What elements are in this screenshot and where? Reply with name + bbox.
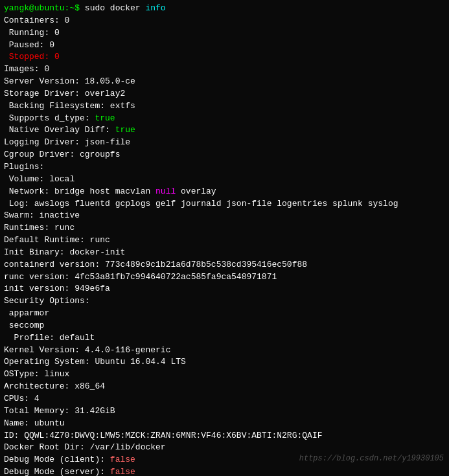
output-line: init version: 949e6fa xyxy=(4,283,445,295)
output-line: Debug Mode (server): false xyxy=(4,466,445,476)
output-line: Plugins: xyxy=(4,161,445,174)
stopped-text: Stopped: 0 xyxy=(9,52,60,62)
command-line: yangk@ubuntu:~$ sudo docker info xyxy=(4,3,445,15)
output-line: OSType: linux xyxy=(4,368,445,381)
output-line: Volume: local xyxy=(4,174,445,186)
output-line: Native Overlay Diff: true xyxy=(4,124,445,137)
output-line: CPUs: 4 xyxy=(4,393,445,405)
info-cmd: info xyxy=(145,3,165,13)
output-line: containerd version: 773c489c9c1b21a6d78b… xyxy=(4,259,445,271)
prompt: yangk@ubuntu:~$ xyxy=(4,3,85,13)
output-line: Docker Root Dir: /var/lib/docker xyxy=(4,442,445,454)
stopped-line: Stopped: 0 xyxy=(4,51,445,63)
sudo-cmd: sudo docker xyxy=(85,3,146,13)
output-line: Images: 0 xyxy=(4,63,445,76)
output-line: Security Options: xyxy=(4,295,445,308)
output-line: Cgroup Driver: cgroupfs xyxy=(4,149,445,161)
watermark: https://blog.csdn.net/y19930105 xyxy=(299,453,444,464)
output-line: Backing Filesystem: extfs xyxy=(4,100,445,113)
output-line: Name: ubuntu xyxy=(4,418,445,430)
output-line: Server Version: 18.05.0-ce xyxy=(4,76,445,88)
output-line: Storage Driver: overlay2 xyxy=(4,88,445,100)
output-line: Logging Driver: json-file xyxy=(4,137,445,149)
output-line: Supports d_type: true xyxy=(4,113,445,125)
output-line: apparmor xyxy=(4,308,445,320)
output-line: Default Runtime: runc xyxy=(4,234,445,247)
output-line: Profile: default xyxy=(4,332,445,345)
output-line: seccomp xyxy=(4,320,445,332)
output-line: Kernel Version: 4.4.0-116-generic xyxy=(4,345,445,357)
terminal-window: yangk@ubuntu:~$ sudo docker info Contain… xyxy=(4,3,445,476)
output-line: Total Memory: 31.42GiB xyxy=(4,405,445,418)
output-line: Swarm: inactive xyxy=(4,210,445,222)
output-line: ID: QQWL:4Z70:DWVQ:LMW5:MZCK:ZRAN:6MNR:V… xyxy=(4,430,445,442)
output-line: Architecture: x86_64 xyxy=(4,381,445,393)
output-line: Init Binary: docker-init xyxy=(4,247,445,259)
output-line: Operating System: Ubuntu 16.04.4 LTS xyxy=(4,356,445,368)
output-line: Log: awslogs fluentd gcplogs gelf journa… xyxy=(4,198,445,210)
output-line: Containers: 0 xyxy=(4,15,445,27)
output-line: Network: bridge host macvlan null overla… xyxy=(4,186,445,198)
output-line: Paused: 0 xyxy=(4,40,445,52)
output-line: Running: 0 xyxy=(4,27,445,40)
output-line: Runtimes: runc xyxy=(4,222,445,234)
output-line: runc version: 4fc53a81fb7c994640722ac585… xyxy=(4,271,445,284)
